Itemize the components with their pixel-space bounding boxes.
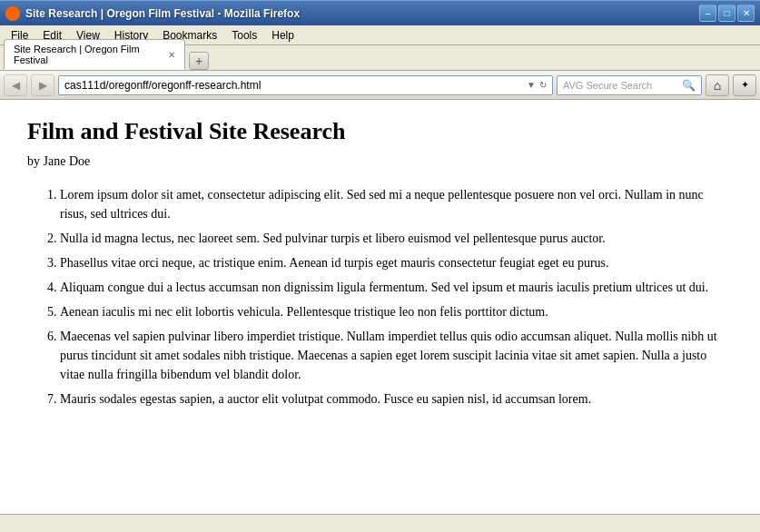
search-icon[interactable]: 🔍	[682, 79, 696, 92]
tabbar: Site Research | Oregon Film Festival ✕ +	[0, 45, 760, 71]
back-button[interactable]: ◀	[4, 74, 27, 96]
address-dropdown-icon[interactable]: ▼	[527, 80, 536, 90]
page-title: Film and Festival Site Research	[27, 118, 733, 145]
search-placeholder-text: AVG Secure Search	[563, 80, 678, 91]
statusbar	[0, 514, 760, 532]
tab-label: Site Research | Oregon Film Festival	[14, 44, 163, 65]
menu-help[interactable]: Help	[264, 27, 301, 44]
active-tab[interactable]: Site Research | Oregon Film Festival ✕	[4, 39, 185, 70]
window-titlebar: Site Research | Oregon Film Festival - M…	[0, 0, 760, 25]
refresh-icon[interactable]: ↻	[539, 80, 547, 90]
page-content: Film and Festival Site Research by Jane …	[0, 100, 760, 514]
list-item: Nulla id magna lectus, nec laoreet sem. …	[60, 229, 733, 248]
maximize-button[interactable]: □	[718, 5, 735, 22]
home-icon: ⌂	[714, 78, 721, 93]
navbar: ◀ ▶ cas111d/oregonff/oregonff-research.h…	[0, 71, 760, 100]
window-title-left: Site Research | Oregon Film Festival - M…	[5, 6, 300, 21]
bookmark-button[interactable]: ✦	[733, 74, 756, 96]
list-item: Phasellus vitae orci neque, ac tristique…	[60, 253, 733, 272]
list-item: Lorem ipsum dolor sit amet, consectetur …	[60, 185, 733, 223]
close-button[interactable]: ✕	[737, 5, 755, 22]
minimize-button[interactable]: –	[699, 5, 716, 22]
address-icons: ▼ ↻	[527, 80, 547, 90]
address-bar[interactable]: cas111d/oregonff/oregonff-research.html …	[58, 75, 553, 95]
address-text: cas111d/oregonff/oregonff-research.html	[64, 79, 527, 92]
search-bar[interactable]: AVG Secure Search 🔍	[557, 75, 702, 95]
author: by Jane Doe	[27, 154, 733, 169]
forward-button[interactable]: ▶	[31, 74, 54, 96]
firefox-icon	[5, 6, 20, 21]
list-item: Maecenas vel sapien pulvinar libero impe…	[60, 327, 733, 384]
tab-close-button[interactable]: ✕	[168, 50, 175, 60]
window-title-text: Site Research | Oregon Film Festival - M…	[25, 7, 300, 20]
window-controls: – □ ✕	[699, 5, 755, 22]
list-item: Aliquam congue dui a lectus accumsan non…	[60, 278, 733, 297]
new-tab-button[interactable]: +	[189, 52, 209, 70]
list-item: Aenean iaculis mi nec elit lobortis vehi…	[60, 302, 733, 321]
content-list: Lorem ipsum dolor sit amet, consectetur …	[27, 185, 733, 409]
home-button[interactable]: ⌂	[706, 74, 729, 96]
bookmark-icon: ✦	[741, 79, 749, 91]
menu-tools[interactable]: Tools	[224, 27, 264, 44]
list-item: Mauris sodales egestas sapien, a auctor …	[60, 389, 733, 409]
